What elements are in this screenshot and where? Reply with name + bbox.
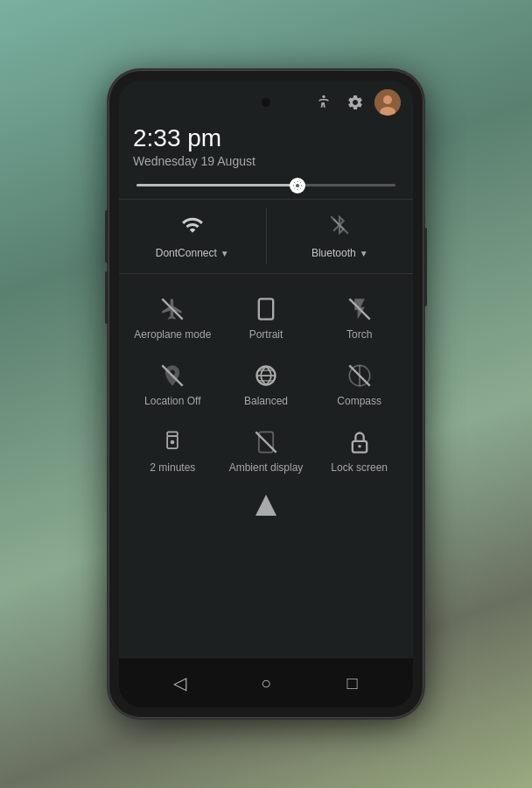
wifi-icon <box>181 214 204 242</box>
svg-point-22 <box>358 445 361 448</box>
date-display: Wednesday 19 August <box>133 154 399 168</box>
wifi-label: DontConnect ▼ <box>156 247 229 259</box>
location-icon <box>158 362 186 390</box>
portrait-icon <box>252 295 280 323</box>
lockscreen-icon <box>346 428 374 456</box>
lockscreen-label: Lock screen <box>331 461 388 474</box>
svg-point-18 <box>171 440 175 445</box>
svg-point-4 <box>296 184 299 187</box>
svg-rect-7 <box>259 299 273 319</box>
quick-tiles-grid: Aeroplane mode Portrait <box>119 274 413 491</box>
brightness-thumb[interactable] <box>290 178 305 193</box>
ambient-label: Ambient display <box>229 461 304 474</box>
datetime-section: 2:33 pm Wednesday 19 August <box>119 121 413 179</box>
aeroplane-label: Aeroplane mode <box>134 328 211 341</box>
ambient-icon <box>252 428 280 456</box>
tile-lockscreen[interactable]: Lock screen <box>312 416 406 482</box>
recents-button[interactable]: □ <box>335 665 370 700</box>
svg-point-0 <box>322 95 325 98</box>
tile-ambient[interactable]: Ambient display <box>220 416 313 482</box>
avatar[interactable] <box>374 89 401 116</box>
brightness-control[interactable] <box>119 179 413 199</box>
balanced-icon <box>252 362 280 390</box>
signal-icon <box>256 495 276 516</box>
brightness-track[interactable] <box>136 184 396 186</box>
navigation-bar: ◁ ○ □ <box>119 658 413 707</box>
bluetooth-section[interactable]: Bluetooth ▼ <box>267 208 414 264</box>
wifi-section[interactable]: DontConnect ▼ <box>119 208 267 264</box>
volume-down-button[interactable] <box>105 271 108 324</box>
camera-dot <box>262 98 270 107</box>
timeout-label: 2 minutes <box>150 461 195 474</box>
compass-icon <box>346 362 374 390</box>
phone-shell: 2:33 pm Wednesday 19 August <box>108 70 424 718</box>
compass-label: Compass <box>337 395 382 407</box>
location-label: Location Off <box>144 395 201 407</box>
portrait-label: Portrait <box>249 328 284 341</box>
brightness-fill <box>136 184 298 186</box>
home-button[interactable]: ○ <box>248 665 284 700</box>
back-button[interactable]: ◁ <box>162 665 197 700</box>
tile-location[interactable]: Location Off <box>126 349 220 416</box>
accessibility-icon[interactable] <box>312 90 336 115</box>
power-button[interactable] <box>424 228 427 306</box>
timeout-icon <box>158 428 186 456</box>
balanced-label: Balanced <box>244 395 288 407</box>
aeroplane-icon <box>158 295 186 323</box>
svg-point-2 <box>383 95 392 104</box>
tile-compass[interactable]: Compass <box>312 349 406 416</box>
settings-icon[interactable] <box>343 90 368 115</box>
phone-screen: 2:33 pm Wednesday 19 August <box>119 81 413 707</box>
torch-label: Torch <box>346 328 372 341</box>
tile-timeout[interactable]: 2 minutes <box>126 416 220 482</box>
clock: 2:33 pm <box>133 124 399 152</box>
notification-panel: 2:33 pm Wednesday 19 August <box>119 81 413 658</box>
tile-aeroplane[interactable]: Aeroplane mode <box>126 283 220 349</box>
tile-portrait[interactable]: Portrait <box>220 283 313 349</box>
wifi-dropdown-arrow: ▼ <box>220 249 229 258</box>
connectivity-row: DontConnect ▼ Bluetooth ▼ <box>119 200 413 273</box>
bluetooth-label: Bluetooth ▼ <box>312 247 368 259</box>
torch-icon <box>346 295 374 323</box>
bluetooth-icon <box>328 214 351 242</box>
volume-up-button[interactable] <box>105 210 108 263</box>
tile-balanced[interactable]: Balanced <box>220 349 313 416</box>
bt-dropdown-arrow: ▼ <box>360 249 368 258</box>
tile-torch[interactable]: Torch <box>312 283 406 349</box>
